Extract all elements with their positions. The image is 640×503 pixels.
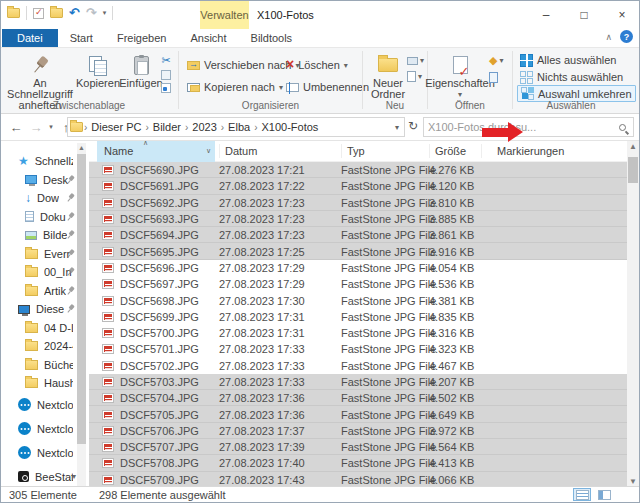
file-date: 27.08.2023 17:33 — [219, 360, 341, 372]
table-row[interactable]: DSCF5701.JPG 27.08.2023 17:33 FastStone … — [89, 341, 627, 357]
properties-button[interactable]: Eigenschaften ▾ — [433, 52, 487, 100]
ribbon-tab[interactable]: Ansicht — [178, 29, 238, 47]
recent-locations-chevron-icon[interactable]: ▾ — [45, 123, 57, 131]
qat-customize-chevron-icon[interactable]: ▾ — [103, 9, 107, 17]
new-folder-qat-icon[interactable] — [50, 8, 63, 18]
ribbon-tab[interactable]: Start — [58, 29, 105, 47]
maximize-button[interactable]: □ — [565, 1, 603, 29]
cut-icon[interactable] — [161, 54, 170, 67]
sidebar-item[interactable]: Nextclou — [1, 441, 89, 465]
ribbon-tab[interactable]: Freigeben — [105, 29, 179, 47]
paste-shortcut-icon[interactable] — [161, 83, 171, 93]
sidebar-item[interactable]: Doku — [1, 208, 89, 227]
file-name: DSCF5692.JPG — [120, 197, 219, 209]
sidebar-item[interactable]: Desk — [1, 171, 89, 190]
breadcrumb-segment[interactable]: X100-Fotos — [258, 121, 321, 133]
back-button[interactable]: ← — [5, 120, 27, 135]
table-row[interactable]: DSCF5699.JPG 27.08.2023 17:31 FastStone … — [89, 309, 627, 325]
paste-button[interactable]: Einfügen — [120, 52, 162, 89]
help-icon[interactable]: ? — [620, 30, 633, 43]
minimize-button[interactable]: – — [527, 1, 565, 29]
tab-datei[interactable]: Datei — [2, 29, 58, 47]
refresh-icon[interactable]: ↻ — [408, 119, 418, 133]
table-row[interactable]: DSCF5694.JPG 27.08.2023 17:23 FastStone … — [89, 227, 627, 243]
select-all-button[interactable]: Alles auswählen — [520, 52, 617, 68]
new-item-button[interactable]: ▾ — [407, 71, 424, 82]
table-row[interactable]: DSCF5690.JPG 27.08.2023 17:21 FastStone … — [89, 162, 627, 178]
open-button[interactable]: ▾ — [489, 54, 503, 67]
copy-button[interactable]: Kopieren — [75, 52, 121, 89]
rename-button[interactable]: Umbenennen — [286, 79, 369, 95]
sidebar-item[interactable]: Artik — [1, 282, 89, 301]
breadcrumb-segment[interactable]: Elba — [225, 121, 253, 133]
table-row[interactable]: DSCF5708.JPG 27.08.2023 17:40 FastStone … — [89, 455, 627, 471]
thumbnail-view-button[interactable] — [595, 488, 613, 501]
table-row[interactable]: DSCF5705.JPG 27.08.2023 17:36 FastStone … — [89, 406, 627, 422]
sidebar-item[interactable]: Everr — [1, 245, 89, 264]
sidebar-scrollbar[interactable]: ▲ — [77, 143, 86, 488]
search-input[interactable] — [428, 121, 619, 133]
search-box[interactable] — [423, 117, 634, 137]
sidebar-item[interactable]: Nextclou — [1, 417, 89, 441]
breadcrumb-segment[interactable]: 2023 — [189, 121, 219, 133]
properties-checkbox-icon[interactable] — [33, 8, 44, 19]
column-header-type[interactable]: Typ — [341, 144, 429, 158]
sidebar-item[interactable]: 2024-40 — [1, 337, 89, 356]
copy-to-button[interactable]: Kopieren nach▾ — [187, 79, 283, 95]
table-row[interactable]: DSCF5691.JPG 27.08.2023 17:22 FastStone … — [89, 178, 627, 194]
table-row[interactable]: DSCF5706.JPG 27.08.2023 17:37 FastStone … — [89, 423, 627, 439]
table-row[interactable]: DSCF5709.JPG 27.08.2023 17:43 FastStone … — [89, 472, 627, 486]
close-button[interactable]: × — [603, 1, 640, 29]
list-scrollbar-thumb[interactable] — [628, 157, 638, 183]
delete-button[interactable]: Löschen▾ — [286, 57, 348, 73]
undo-icon[interactable]: ↶ — [69, 7, 80, 19]
copy-path-icon[interactable] — [161, 70, 171, 80]
select-none-button[interactable]: Nichts auswählen — [520, 69, 623, 85]
sidebar-item[interactable]: 00_In — [1, 263, 89, 282]
column-header-date[interactable]: Datum — [219, 144, 341, 158]
table-row[interactable]: DSCF5704.JPG 27.08.2023 17:36 FastStone … — [89, 390, 627, 406]
table-row[interactable]: DSCF5693.JPG 27.08.2023 17:23 FastStone … — [89, 211, 627, 227]
table-row[interactable]: DSCF5702.JPG 27.08.2023 17:33 FastStone … — [89, 358, 627, 374]
address-dropdown-icon[interactable]: ▾ — [395, 123, 402, 132]
column-header-name[interactable]: ∧ Name ∨ — [97, 141, 215, 162]
breadcrumb-segment[interactable]: Dieser PC — [88, 121, 144, 133]
collapse-ribbon-icon[interactable]: ∧ — [605, 32, 612, 42]
easy-access-button[interactable]: ▾ — [407, 56, 424, 65]
new-folder-button[interactable]: Neuer Ordner — [367, 52, 409, 100]
redo-icon[interactable]: ↷ — [86, 7, 97, 19]
ribbon-tab[interactable]: Bildtools — [239, 29, 305, 47]
table-row[interactable]: DSCF5703.JPG 27.08.2023 17:33 FastStone … — [89, 374, 627, 390]
table-row[interactable]: DSCF5697.JPG 27.08.2023 17:29 FastStone … — [89, 276, 627, 292]
name-filter-chevron-icon[interactable]: ∨ — [206, 147, 211, 155]
scroll-up-icon[interactable]: ▲ — [627, 141, 639, 153]
column-header-size[interactable]: Größe — [429, 144, 481, 158]
sidebar-item[interactable]: Bilde — [1, 226, 89, 245]
table-row[interactable]: DSCF5695.JPG 27.08.2023 17:25 FastStone … — [89, 243, 627, 259]
list-scrollbar[interactable]: ▲ ▼ — [627, 141, 639, 488]
sidebar-item[interactable]: Nextclou — [1, 393, 89, 417]
history-button[interactable] — [489, 72, 503, 85]
sidebar-item[interactable]: Dow — [1, 189, 89, 208]
sidebar-item[interactable]: Bücher f — [1, 356, 89, 375]
sidebar-item-icon — [25, 378, 38, 388]
sidebar-item[interactable]: Diese — [1, 300, 89, 319]
table-row[interactable]: DSCF5698.JPG 27.08.2023 17:30 FastStone … — [89, 292, 627, 308]
chevron-down-icon[interactable]: ▾ — [72, 472, 76, 481]
breadcrumb[interactable]: › Dieser PC › Bilder › 2023 › Elba › X10… — [67, 117, 405, 137]
column-header-tags[interactable]: Markierungen — [481, 144, 627, 158]
forward-button[interactable]: → — [27, 120, 45, 135]
table-row[interactable]: DSCF5700.JPG 27.08.2023 17:31 FastStone … — [89, 325, 627, 341]
table-row[interactable]: DSCF5692.JPG 27.08.2023 17:23 FastStone … — [89, 195, 627, 211]
move-to-button[interactable]: Verschieben nach▾ — [187, 57, 299, 73]
scroll-up-icon[interactable]: ▲ — [77, 143, 86, 153]
details-view-button[interactable] — [573, 488, 591, 501]
sidebar-item[interactable]: 04 D-Lin — [1, 319, 89, 338]
sidebar-item[interactable]: Schnellzu — [1, 152, 89, 171]
table-row[interactable]: DSCF5707.JPG 27.08.2023 17:39 FastStone … — [89, 439, 627, 455]
sidebar-item[interactable]: Haushal — [1, 374, 89, 393]
breadcrumb-segment[interactable]: Bilder — [150, 121, 184, 133]
table-row[interactable]: DSCF5696.JPG 27.08.2023 17:29 FastStone … — [89, 260, 627, 276]
sidebar-item[interactable]: BeeStatio ▾ — [1, 465, 89, 487]
sidebar-scrollbar-thumb[interactable] — [77, 154, 86, 444]
